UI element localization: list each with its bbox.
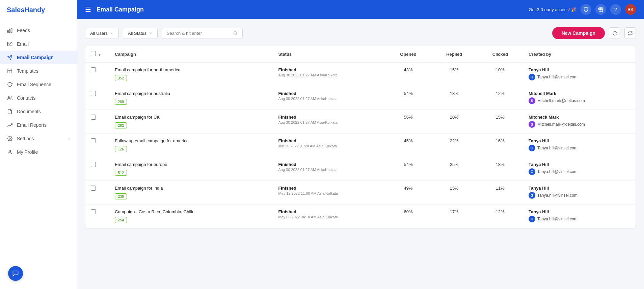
status-label: Finished (278, 209, 380, 214)
help-icon[interactable]: ? (610, 4, 621, 15)
shield-icon[interactable] (581, 4, 591, 15)
status-cell: Finished May 06 2022 04:10 AM Asia/Kolka… (273, 204, 385, 228)
all-status-filter[interactable]: All Status (123, 28, 158, 39)
sidebar-item-email-campaign[interactable]: Email Campaign (0, 51, 77, 64)
replied-cell: 18% (431, 86, 477, 110)
campaign-cell: Email campaign for europe 512 (109, 157, 273, 181)
creator-email: Mitchell.mark@deltas.com (537, 98, 585, 103)
row-checkbox[interactable] (91, 67, 96, 72)
creator-name: Tanya Hill (529, 162, 630, 167)
created-by-cell: Tanya Hill G Tanya.hill@vinsel.com (523, 62, 636, 86)
campaign-cell: Campaign - Costa Rica, Colombia, Chilie … (109, 204, 273, 228)
sidebar-item-label: Contacts (17, 95, 35, 101)
settings-icon (7, 136, 13, 142)
settings-action-icon[interactable] (624, 27, 636, 39)
campaign-badge: 238 (115, 193, 127, 199)
chat-bubble[interactable] (8, 266, 23, 281)
row-checkbox[interactable] (91, 186, 96, 191)
th-select-all: ▼ (85, 46, 109, 62)
campaign-name: Follow up email campaign for america (115, 138, 267, 143)
table-row: Campaign - Costa Rica, Colombia, Chilie … (85, 204, 636, 228)
all-users-filter[interactable]: All Users (85, 28, 119, 39)
topbar: ☰ Email Campaign Get 3.0 early access! 🎉… (77, 0, 644, 19)
creator-email: Tanya.hill@vinsel.com (537, 169, 578, 174)
opened-percent: 56% (404, 115, 412, 120)
row-checkbox[interactable] (91, 209, 96, 214)
creator-name: Mitchell Mark (529, 91, 630, 96)
creator-email-row: G Tanya.hill@vinsel.com (529, 192, 630, 199)
sidebar-item-label: Email (17, 41, 29, 47)
sidebar-item-my-profile[interactable]: My Profile (0, 145, 77, 159)
status-cell: Finished Aug 30 2022 01:27 AM Asia/Kolka… (273, 157, 385, 181)
status-date: Aug 30 2022 01:27 AM Asia/Kolkata (278, 168, 380, 172)
content-area: All Users All Status New Campaign (77, 19, 644, 289)
replied-cell: 15% (431, 62, 477, 86)
status-date: Aug 30 2022 01:27 AM Asia/Kolkata (278, 120, 380, 124)
sidebar-item-email-reports[interactable]: Email Reports (0, 118, 77, 132)
clicked-percent: 10% (496, 67, 505, 72)
file-icon (7, 109, 13, 115)
envelope-icon (7, 41, 13, 47)
created-by-cell: Mitcheck Mark S Mitchell.mark@deltas.com (523, 110, 636, 134)
svg-rect-1 (9, 29, 10, 32)
status-date: May 06 2022 04:10 AM Asia/Kolkata (278, 215, 380, 219)
row-checkbox-cell (85, 181, 109, 204)
sidebar-item-label: Documents (17, 109, 41, 114)
creator-email: Tanya.hill@vinsel.com (537, 217, 578, 221)
opened-cell: 54% (385, 86, 431, 110)
sidebar-item-email[interactable]: Email (0, 37, 77, 51)
creator-name: Tanya Hill (529, 67, 630, 72)
status-label: Finished (278, 186, 380, 191)
sidebar-item-templates[interactable]: Templates (0, 64, 77, 78)
sidebar-item-contacts[interactable]: Contacts (0, 91, 77, 105)
status-label: Finished (278, 115, 380, 120)
creator-avatar: G (529, 168, 535, 175)
creator-avatar: G (529, 145, 535, 151)
status-label: Finished (278, 91, 380, 96)
creator-name: Tanya Hill (529, 186, 630, 191)
replied-percent: 15% (450, 67, 459, 72)
refresh-icon[interactable] (609, 27, 620, 39)
avatar[interactable]: RK (625, 4, 636, 15)
status-cell: Finished May 12 2022 11:00 AM Asia/Kolka… (273, 181, 385, 204)
sidebar-item-feeds[interactable]: Feeds (0, 24, 77, 37)
row-checkbox-cell (85, 134, 109, 157)
opened-cell: 60% (385, 204, 431, 228)
row-checkbox[interactable] (91, 162, 96, 167)
row-checkbox[interactable] (91, 91, 96, 96)
creator-email-row: G Tanya.hill@vinsel.com (529, 216, 630, 222)
status-date: May 12 2022 11:00 AM Asia/Kolkata (278, 191, 380, 195)
campaign-name: Email campaign for north america (115, 67, 267, 72)
sidebar-item-settings[interactable]: Settings › (0, 132, 77, 145)
row-checkbox[interactable] (91, 138, 96, 143)
topbar-title: Email Campaign (97, 6, 523, 13)
clicked-cell: 16% (477, 134, 523, 157)
clicked-cell: 12% (477, 204, 523, 228)
clicked-cell: 11% (477, 181, 523, 204)
status-cell: Finished Aug 30 2022 01:27 AM Asia/Kolka… (273, 86, 385, 110)
replied-cell: 20% (431, 110, 477, 134)
trending-up-icon (7, 122, 13, 128)
campaigns-table: ▼ Campaign Status Opened Replied Clicked… (85, 46, 636, 228)
search-input[interactable] (167, 31, 231, 36)
campaign-cell: Email campaign for india 238 (109, 181, 273, 204)
new-campaign-button[interactable]: New Campaign (552, 27, 605, 39)
sidebar-item-email-sequence[interactable]: Email Sequence (0, 78, 77, 91)
main: ☰ Email Campaign Get 3.0 early access! 🎉… (77, 0, 644, 289)
select-all-checkbox[interactable] (91, 51, 96, 56)
campaign-name: Email campaign for india (115, 186, 267, 191)
th-campaign: Campaign (109, 46, 273, 62)
creator-avatar: G (529, 192, 535, 199)
early-access-text[interactable]: Get 3.0 early access! 🎉 (529, 7, 576, 12)
search-box (162, 28, 243, 39)
gift-icon[interactable] (595, 4, 606, 15)
creator-name: Mitcheck Mark (529, 115, 630, 120)
hamburger-icon[interactable]: ☰ (85, 5, 91, 14)
row-checkbox-cell (85, 62, 109, 86)
replied-cell: 15% (431, 181, 477, 204)
campaign-name: Email campaign for UK (115, 115, 267, 120)
row-checkbox[interactable] (91, 115, 96, 120)
search-icon (233, 31, 238, 35)
replied-percent: 25% (450, 162, 459, 167)
sidebar-item-documents[interactable]: Documents (0, 105, 77, 118)
